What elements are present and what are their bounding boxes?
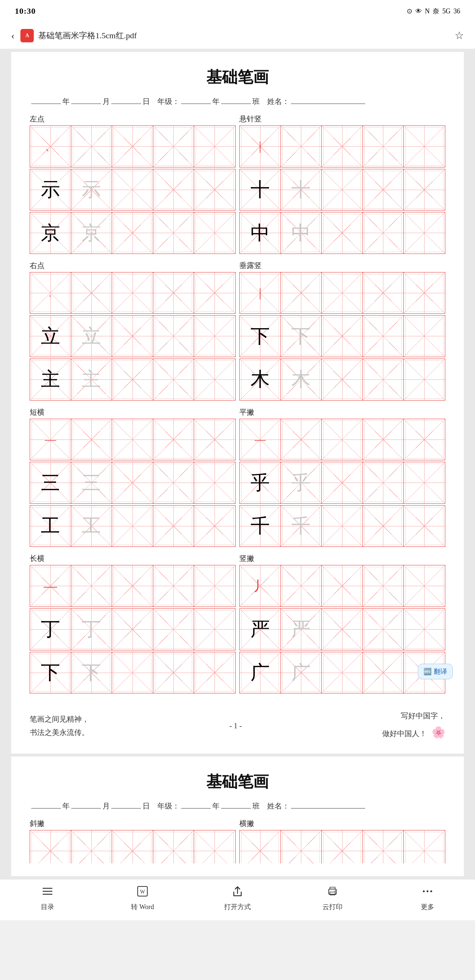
signal-icon: 5G [442, 8, 451, 15]
translate-label: 翻译 [434, 667, 447, 676]
partial-row-container [30, 830, 236, 864]
practice-row: 千 千 [239, 505, 445, 547]
footer-left-line2: 书法之美永流传。 [30, 726, 89, 739]
page2-info-line: 年月日 年级：年班 姓名： [30, 801, 445, 811]
section-diagonal-pie: 斜撇 [30, 819, 236, 864]
status-icons: ⊙ 👁 N 奈 5G 36 [407, 7, 460, 16]
practice-row: 丁 丁 [30, 608, 236, 651]
footer-center: - 1 - [229, 722, 241, 730]
mi-cell [112, 315, 153, 357]
mi-cell [194, 652, 235, 694]
mi-cell [112, 126, 153, 167]
translate-button[interactable]: 🔤 翻译 [418, 664, 453, 679]
toolbar-more[interactable]: 更多 [409, 885, 446, 911]
toolbar-word[interactable]: W 转 Word [124, 885, 161, 911]
wifi-icon: 奈 [433, 7, 439, 16]
section-right-dot: 右点 ﹒ 立 立 主 主 [30, 261, 236, 402]
mi-cell: 丁 [71, 609, 113, 650]
mi-cell [194, 462, 235, 503]
svg-point-10 [431, 891, 432, 892]
mi-cell [194, 169, 235, 210]
mi-cell [281, 419, 322, 460]
section-label-short-horiz: 短横 [30, 407, 236, 417]
section-label-diagonal-pie: 斜撇 [30, 819, 236, 829]
section-flat-pie: 平撇 — 乎 乎 千 千 [239, 407, 445, 549]
sections-row-4: 长横 — 丁 丁 下 下 [30, 554, 445, 698]
practice-row: 工 工 [30, 505, 236, 547]
practice-row: 三 三 [30, 462, 236, 504]
mi-cell [322, 462, 363, 503]
mi-cell [363, 462, 404, 503]
partial-row-container [239, 830, 445, 864]
mi-cell [404, 830, 445, 864]
practice-row: ｜ [239, 272, 445, 314]
mi-cell [71, 126, 113, 167]
footer-right-line2: 做好中国人！ 🌸 [382, 722, 445, 743]
mi-cell [404, 212, 445, 253]
practice-row: 木 木 [239, 359, 445, 401]
practice-row: ｜ [239, 126, 445, 167]
mi-cell [153, 126, 194, 167]
svg-point-7 [335, 891, 336, 892]
mi-cell: — [30, 419, 71, 460]
mi-cell: — [30, 565, 71, 606]
toolbar-toc[interactable]: 目录 [29, 885, 66, 911]
mi-cell [153, 462, 194, 503]
top-nav: ‹ A 基础笔画米字格1.5cm红.pdf ☆ [0, 22, 475, 49]
mi-cell: 立 [71, 315, 113, 357]
mi-cell: 丿 [240, 565, 281, 606]
mi-cell: 京 [30, 212, 71, 253]
mi-cell: 广 [281, 652, 322, 694]
flower-decoration: 🌸 [432, 722, 445, 743]
mi-cell [153, 315, 194, 357]
mi-cell: 工 [30, 506, 71, 547]
footer-right: 写好中国字， 做好中国人！ 🌸 [382, 709, 445, 743]
mi-cell [281, 565, 322, 606]
mi-cell [153, 212, 194, 253]
print-icon [327, 885, 338, 900]
mi-cell: ｜ [240, 126, 281, 167]
mi-cell: 三 [71, 462, 113, 503]
mi-cell: 千 [281, 506, 322, 547]
mi-cell: 主 [30, 359, 71, 400]
section-hang-needle: 悬针竖 ｜ 十 十 中 中 [239, 114, 445, 255]
footer-left-line1: 笔画之间见精神， [30, 712, 89, 726]
battery-icon: 36 [453, 8, 460, 15]
mi-cell [363, 506, 404, 547]
toolbar-print[interactable]: 云打印 [314, 885, 351, 911]
mi-cell [153, 419, 194, 460]
mi-cell [404, 419, 445, 460]
mi-cell: 严 [240, 609, 281, 650]
practice-row: 中 中 [239, 212, 445, 254]
mi-cell: 、 [30, 126, 71, 167]
pdf-page-1: 基础笔画 年月日 年级：年班 姓名： 左点 、 示 示 [11, 52, 464, 754]
section-short-horiz: 短横 — 三 三 工 工 [30, 407, 236, 549]
svg-point-8 [423, 891, 425, 892]
sections-row-1: 左点 、 示 示 京 京 [30, 114, 445, 258]
mi-cell [112, 652, 153, 694]
mi-cell: — [240, 419, 281, 460]
mi-cell [363, 212, 404, 253]
practice-row: — [30, 419, 236, 461]
mi-cell: 广 [240, 652, 281, 694]
mi-cell: 京 [71, 212, 113, 253]
mi-cell [153, 830, 194, 864]
section-label-flat-pie: 平撇 [239, 407, 445, 417]
mi-cell: 木 [240, 359, 281, 400]
mi-cell: 下 [71, 652, 113, 694]
mi-cell: ｜ [240, 272, 281, 314]
bookmark-button[interactable]: ☆ [454, 29, 464, 41]
mi-cell: 下 [240, 315, 281, 357]
mi-cell [112, 506, 153, 547]
toolbar-share[interactable]: 打开方式 [219, 885, 256, 911]
back-button[interactable]: ‹ [11, 30, 14, 41]
mi-cell [112, 169, 153, 210]
mi-cell: 木 [281, 359, 322, 400]
mi-cell [363, 169, 404, 210]
section-vertical-pie: 竖撇 丿 严 严 广 广 [239, 554, 445, 695]
mi-cell [112, 609, 153, 650]
mi-cell [194, 565, 235, 606]
word-label: 转 Word [131, 902, 154, 911]
section-horizontal-pie: 横撇 [239, 819, 445, 864]
mi-cell [404, 609, 445, 650]
